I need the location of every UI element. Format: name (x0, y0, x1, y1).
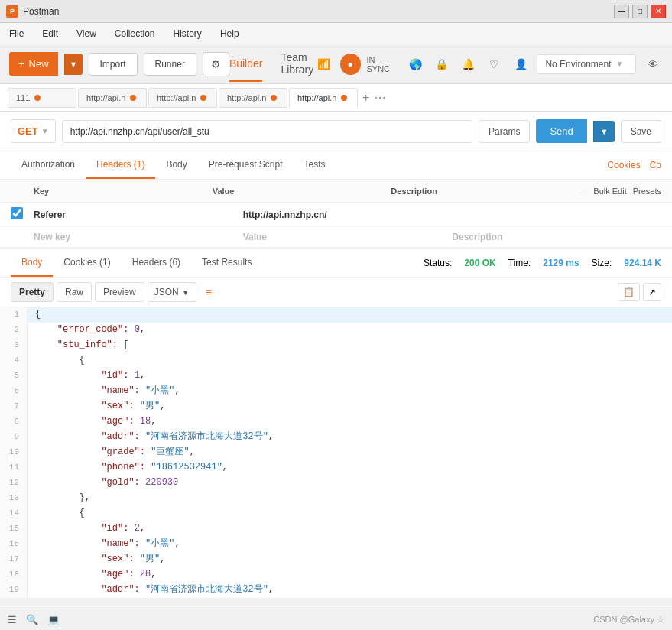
plus-icon: + (18, 58, 24, 70)
tab-4-active[interactable]: http://api.n (289, 88, 358, 108)
line-number: 10 (0, 445, 28, 460)
close-button[interactable]: ✕ (651, 5, 666, 18)
environment-label: No Environment (545, 59, 611, 70)
format-selector[interactable]: JSON ▼ (148, 282, 196, 302)
line-content: "age": 28, (28, 567, 156, 583)
cookies-link[interactable]: Cookies (607, 160, 640, 170)
menu-edit[interactable]: Edit (39, 25, 61, 42)
method-selector[interactable]: GET ▼ (11, 119, 56, 143)
json-line: 14 { (0, 506, 672, 521)
menu-collection[interactable]: Collection (112, 25, 158, 42)
search-icon[interactable]: 🔍 (26, 614, 38, 625)
line-content: "addr": "河南省济源市北海大道32号", (28, 583, 274, 598)
req-tab-body[interactable]: Body (155, 151, 197, 179)
tab-111[interactable]: 111 (8, 88, 76, 108)
key-token: "id": (35, 523, 135, 534)
line-content: "name": "小黑", (28, 384, 180, 399)
send-button[interactable]: Send (536, 119, 586, 143)
req-tab-prerequest[interactable]: Pre-request Script (198, 151, 294, 179)
save-button[interactable]: Save (621, 120, 661, 143)
key-icon[interactable]: 🔒 (431, 54, 452, 75)
toolbar-right-icons: 📶 ● IN SYNC 🌎 🔒 🔔 ♡ 👤 No Environment ▼ 👁 (313, 54, 663, 75)
layout-icon[interactable]: ☰ (8, 614, 17, 625)
new-button[interactable]: + New (9, 52, 58, 76)
format-label: JSON (154, 287, 179, 297)
tab-3[interactable]: http://api.n (219, 88, 287, 108)
key-cell[interactable]: Referer (34, 209, 243, 220)
menu-view[interactable]: View (73, 25, 99, 42)
eye-icon[interactable]: 👁 (642, 54, 663, 75)
expand-button[interactable]: ↗ (643, 283, 661, 301)
url-input[interactable] (62, 120, 472, 143)
empty-key-cell[interactable]: New key (34, 232, 243, 242)
empty-value-cell[interactable]: Value (243, 232, 453, 242)
presets-button[interactable]: Presets (633, 187, 661, 196)
menu-history[interactable]: History (170, 25, 205, 42)
line-number: 1 (0, 307, 28, 323)
maximize-button[interactable]: □ (632, 5, 648, 18)
bulk-edit-button[interactable]: Bulk Edit (593, 187, 626, 196)
more-tabs-button[interactable]: ⋯ (374, 90, 386, 105)
response-status-bar: Status: 200 OK Time: 2129 ms Size: 924.1… (424, 258, 661, 268)
add-tab-button[interactable]: + (359, 91, 372, 105)
value-cell[interactable]: http://api.nnzhp.cn/ (243, 209, 453, 220)
key-token: "id": (35, 370, 135, 381)
resp-tab-headers[interactable]: Headers (6) (122, 249, 191, 277)
req-tab-right: Cookies Co (607, 160, 661, 170)
menubar: File Edit View Collection History Help (0, 23, 672, 44)
globe-icon[interactable]: 🌎 (405, 54, 426, 75)
line-number: 8 (0, 414, 28, 430)
user-icon[interactable]: 👤 (511, 54, 531, 75)
send-dropdown-button[interactable]: ▼ (593, 121, 615, 142)
new-dropdown-button[interactable]: ▼ (64, 54, 83, 75)
import-button[interactable]: Import (89, 53, 138, 76)
menu-file[interactable]: File (6, 25, 27, 42)
dots-menu-icon[interactable]: ⋯ (579, 186, 587, 196)
req-tab-headers[interactable]: Headers (1) (86, 151, 155, 179)
number-token: 28 (140, 569, 151, 580)
tab-2[interactable]: http://api.n (148, 88, 217, 108)
wrench-button[interactable]: ⚙ (203, 52, 229, 76)
environment-selector[interactable]: No Environment ▼ (537, 54, 636, 74)
bracket-token: [ (123, 339, 128, 350)
number-token: 220930 (145, 477, 178, 488)
resp-tab-tests[interactable]: Test Results (191, 249, 262, 277)
json-line: 17 "sex": "男", (0, 552, 672, 567)
json-line: 19 "addr": "河南省济源市北海大道32号", (0, 583, 672, 598)
number-token: 2 (135, 523, 140, 534)
bracket-token: , (268, 584, 274, 595)
row-checkbox[interactable] (11, 207, 23, 219)
req-tab-auth[interactable]: Authorization (11, 151, 86, 179)
bell-icon[interactable]: 🔔 (458, 54, 479, 75)
tab-1[interactable]: http://api.n (78, 88, 147, 108)
json-body: 1{2 "error_code": 0,3 "stu_info": [4 {5 … (0, 307, 672, 598)
value-column-header: Value (213, 187, 391, 196)
raw-button[interactable]: Raw (57, 282, 92, 302)
string-token: "男" (140, 401, 160, 411)
heart-icon[interactable]: ♡ (484, 54, 505, 75)
bracket-token: { (35, 309, 41, 320)
filter-icon[interactable]: ≡ (206, 286, 212, 298)
preview-button[interactable]: Preview (95, 282, 144, 302)
tab-builder[interactable]: Builder (229, 47, 263, 82)
empty-desc-cell[interactable]: Description (452, 232, 661, 242)
minimize-button[interactable]: — (614, 5, 629, 18)
bracket-token: , (190, 447, 195, 457)
string-token: "巨蟹座" (151, 447, 189, 457)
tab-label: 111 (16, 93, 30, 102)
tab-team-library[interactable]: Team Library (281, 41, 313, 88)
copy-button[interactable]: 📋 (618, 283, 640, 301)
params-button[interactable]: Params (479, 120, 530, 143)
code-link[interactable]: Co (650, 160, 661, 170)
req-tab-tests[interactable]: Tests (293, 151, 336, 179)
resp-tab-cookies[interactable]: Cookies (1) (53, 249, 121, 277)
runner-button[interactable]: Runner (144, 53, 196, 76)
pretty-button[interactable]: Pretty (11, 282, 54, 302)
resp-tab-body[interactable]: Body (11, 249, 53, 277)
monitor-icon[interactable]: 💻 (47, 614, 60, 625)
tab-dot (271, 95, 277, 101)
line-number: 17 (0, 552, 28, 567)
antenna-icon[interactable]: 📶 (313, 54, 334, 75)
json-line: 12 "gold": 220930 (0, 476, 672, 491)
menu-help[interactable]: Help (217, 25, 242, 42)
